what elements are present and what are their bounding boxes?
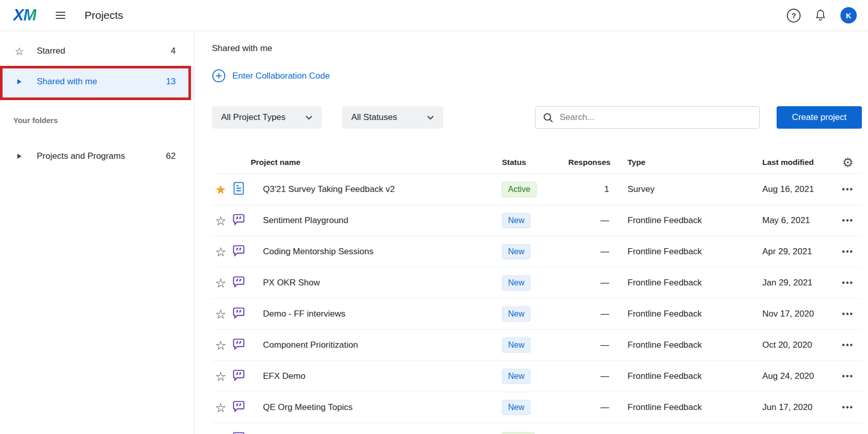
sidebar-item-label: Projects and Programs — [37, 151, 125, 161]
table-row[interactable]: ☆ EFX Demo New — Frontline Feedback Aug … — [212, 360, 862, 392]
search-icon — [543, 112, 553, 123]
xm-logo[interactable]: XM — [13, 6, 36, 25]
responses-value: — — [568, 309, 609, 319]
row-options-button[interactable]: ••• — [842, 247, 854, 256]
row-options-button[interactable]: ••• — [842, 403, 854, 412]
frontline-feedback-icon — [232, 213, 245, 228]
main-content: Shared with me Enter Collaboration Code … — [195, 31, 868, 434]
project-type-value: Frontline Feedback — [609, 247, 762, 257]
table-settings-gear-icon[interactable]: ⚙ — [842, 156, 853, 169]
table-row[interactable]: ☆ Component Prioritization New — Frontli… — [212, 329, 862, 360]
table-row[interactable]: ★ Q3'21 Survey Taking Feedback v2 Active… — [212, 174, 862, 205]
sidebar-item-count: 13 — [166, 77, 176, 87]
project-name-link[interactable]: QE Org Meeting Topics — [257, 402, 502, 413]
star-toggle[interactable]: ☆ — [212, 432, 232, 434]
star-toggle[interactable]: ☆ — [212, 277, 232, 290]
status-badge: New — [502, 337, 531, 353]
notifications-icon[interactable] — [814, 9, 827, 22]
star-toggle[interactable]: ☆ — [212, 339, 232, 352]
star-toggle[interactable]: ☆ — [212, 308, 232, 321]
status-badge — [502, 432, 535, 434]
project-name-link[interactable]: Q3'21 Survey Taking Feedback v2 — [257, 184, 502, 195]
project-type-filter-value: All Project Types — [221, 112, 285, 123]
enter-collaboration-code-button[interactable]: Enter Collaboration Code — [212, 69, 330, 83]
status-badge: New — [502, 213, 531, 228]
row-options-button[interactable]: ••• — [842, 185, 854, 194]
project-name-link[interactable]: PX OKR Show — [257, 278, 502, 288]
status-badge: New — [502, 369, 531, 384]
frontline-feedback-icon — [232, 245, 245, 259]
status-badge: New — [502, 306, 531, 322]
table-row[interactable]: ☆ Demo - FF interviews New — Frontline F… — [212, 298, 862, 329]
table-row[interactable]: ☆ ••• — [212, 423, 862, 434]
help-icon[interactable]: ? — [787, 9, 801, 22]
star-toggle[interactable]: ☆ — [212, 246, 232, 258]
status-badge: New — [502, 275, 531, 291]
caret-right-icon — [17, 154, 21, 159]
project-name-link[interactable]: Demo - FF interviews — [257, 309, 502, 319]
sidebar-item-label: Shared with me — [37, 77, 97, 87]
responses-value: — — [568, 402, 609, 413]
last-modified-value: Jan 29, 2021 — [762, 278, 834, 288]
responses-value: — — [568, 278, 609, 288]
frontline-feedback-icon — [232, 431, 245, 434]
star-toggle[interactable]: ★ — [212, 183, 232, 196]
row-options-button[interactable]: ••• — [842, 309, 854, 319]
sidebar-item-starred[interactable]: ☆ Starred 4 — [0, 36, 194, 66]
sidebar-item-projects-and-programs[interactable]: Projects and Programs 62 — [0, 141, 194, 172]
frontline-feedback-icon — [232, 369, 245, 384]
hamburger-icon — [56, 12, 65, 13]
table-row[interactable]: ☆ Sentiment Playground New — Frontline F… — [212, 205, 862, 236]
table-row[interactable]: ☆ QE Org Meeting Topics New — Frontline … — [212, 392, 862, 423]
caret-right-icon — [17, 79, 21, 84]
chevron-down-icon — [427, 115, 434, 120]
project-name-link[interactable]: Component Prioritization — [257, 340, 502, 350]
survey-icon — [232, 181, 245, 198]
frontline-feedback-icon — [232, 276, 245, 291]
status-filter-value: All Statuses — [351, 112, 397, 123]
table-row[interactable]: ☆ PX OKR Show New — Frontline Feedback J… — [212, 267, 862, 298]
status-badge: Active — [502, 182, 537, 197]
star-toggle[interactable]: ☆ — [212, 370, 232, 383]
page-title: Projects — [85, 9, 124, 21]
project-type-value: Frontline Feedback — [609, 278, 762, 288]
last-modified-value: Jun 17, 2020 — [762, 402, 834, 413]
responses-value: 1 — [568, 184, 609, 195]
sidebar: ☆ Starred 4 Shared with me 13 Your folde… — [0, 31, 195, 434]
row-options-button[interactable]: ••• — [842, 278, 854, 287]
table-header: Project name Status Responses Type Last … — [212, 151, 862, 174]
user-avatar[interactable]: K — [840, 7, 857, 23]
status-badge: New — [502, 400, 531, 415]
project-type-value: Frontline Feedback — [609, 309, 762, 319]
column-header-type: Type — [609, 158, 762, 167]
row-options-button[interactable]: ••• — [842, 341, 854, 350]
table-row[interactable]: ☆ Coding Mentorship Sessions New — Front… — [212, 236, 862, 267]
responses-value: — — [568, 371, 609, 381]
last-modified-value: Aug 24, 2020 — [762, 371, 834, 381]
nav-menu-button[interactable] — [54, 10, 67, 21]
column-header-responses: Responses — [568, 158, 609, 167]
sidebar-item-count: 62 — [166, 151, 176, 161]
sidebar-item-shared-with-me[interactable]: Shared with me 13 — [0, 66, 194, 97]
project-name-link[interactable]: EFX Demo — [257, 371, 502, 381]
folders-section-label: Your folders — [0, 98, 194, 125]
filters-bar: All Project Types All Statuses Create pr… — [212, 106, 862, 129]
plus-circle-icon — [212, 69, 226, 83]
column-header-last-modified: Last modified — [762, 158, 834, 167]
project-type-filter[interactable]: All Project Types — [212, 106, 322, 129]
last-modified-value: Nov 17, 2020 — [762, 309, 834, 319]
status-filter[interactable]: All Statuses — [342, 106, 443, 129]
search-box — [535, 106, 760, 129]
project-name-link[interactable]: Sentiment Playground — [257, 215, 502, 226]
page-heading: Shared with me — [212, 43, 862, 54]
row-options-button[interactable]: ••• — [842, 372, 854, 381]
create-project-button[interactable]: Create project — [777, 106, 862, 129]
project-type-value: Survey — [609, 184, 762, 195]
star-toggle[interactable]: ☆ — [212, 214, 232, 227]
star-toggle[interactable]: ☆ — [212, 401, 232, 414]
project-name-link[interactable]: Coding Mentorship Sessions — [257, 247, 502, 257]
project-type-value: Frontline Feedback — [609, 402, 762, 413]
frontline-feedback-icon — [232, 338, 245, 353]
row-options-button[interactable]: ••• — [842, 216, 854, 225]
search-input[interactable] — [560, 112, 752, 123]
